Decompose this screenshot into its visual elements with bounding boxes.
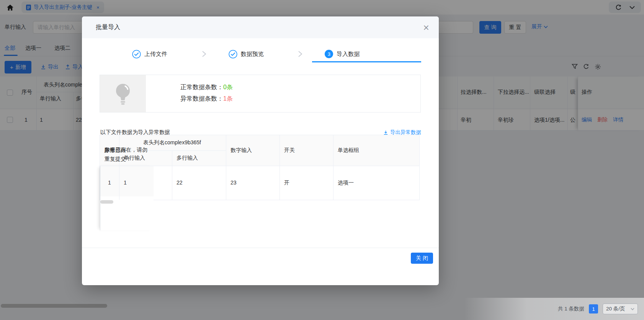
modal-title: 批量导入 <box>96 16 120 38</box>
step-arrow-icon <box>202 51 206 57</box>
step-upload-file: 上传文件 <box>132 46 229 62</box>
step-done-check-icon <box>229 50 237 59</box>
modal-table-scrollbar-thumb[interactable] <box>100 200 113 204</box>
modal-header <box>82 16 439 38</box>
page-size-select[interactable]: 20 条/页 <box>603 304 638 314</box>
step-label: 导入数据 <box>337 51 360 58</box>
batch-import-modal: 批量导入 × 上传文件 数据预览 3 导入数据 <box>82 16 439 285</box>
download-icon <box>383 130 388 135</box>
import-summary-panel: 正常数据条数：0条 异常数据条数：1条 <box>100 75 421 113</box>
m-cell-seq: 1 <box>108 180 111 186</box>
total-count-label: 共 1 条数据 <box>558 305 584 312</box>
m-cell-multi: 22 <box>177 180 183 186</box>
m-col-radio: 单选框组 <box>338 147 359 154</box>
select-chevron-icon <box>631 308 634 310</box>
normal-count-label: 正常数据条数： <box>180 84 223 90</box>
m-cell-switch: 开 <box>284 180 289 186</box>
modal-footer-divider <box>82 248 439 248</box>
active-step-underline <box>312 61 421 62</box>
step-done-check-icon <box>132 50 141 59</box>
summary-lines: 正常数据条数：0条 异常数据条数：1条 <box>146 75 233 112</box>
page-number-button[interactable]: 1 <box>589 304 598 313</box>
error-count-value: 1条 <box>223 95 233 102</box>
step-data-preview: 数据预览 <box>229 46 325 62</box>
step-number-badge: 3 <box>325 50 333 58</box>
m-cell-radio: 选项一 <box>338 180 354 186</box>
reason-column: 异常原因 数据已存在，请勿重复提交！ <box>100 166 154 230</box>
step-arrow-icon <box>298 51 302 57</box>
m-cell-number: 23 <box>230 180 237 186</box>
modal-close-icon[interactable]: × <box>421 23 431 33</box>
normal-count-value: 0条 <box>223 84 233 90</box>
pagination-bar: 共 1 条数据 1 20 条/页 <box>464 298 644 320</box>
error-data-table: 序号 表头列名complex9b365f 单行输入 多行输入 数字输入 开关 单… <box>100 135 420 200</box>
m-col-group: 表头列名complex9b365f <box>143 139 201 146</box>
step-label: 数据预览 <box>241 51 264 58</box>
error-count-label: 异常数据条数： <box>180 95 223 102</box>
page-size-value: 20 条/页 <box>606 305 625 312</box>
m-col-number: 数字输入 <box>230 147 252 154</box>
m-col-switch: 开关 <box>284 147 295 154</box>
m-cell-single: 1 <box>124 180 127 186</box>
step-label: 上传文件 <box>144 51 167 58</box>
m-cell-reason: 数据已存在，请勿重复提交！ <box>105 145 150 163</box>
m-col-multi: 多行输入 <box>177 155 198 162</box>
close-modal-button[interactable]: 关 闭 <box>411 253 433 264</box>
summary-icon-cell <box>100 75 146 112</box>
step-import-data: 3 导入数据 <box>325 46 421 62</box>
import-steps: 上传文件 数据预览 3 导入数据 <box>132 46 421 62</box>
lightbulb-icon <box>114 83 132 105</box>
